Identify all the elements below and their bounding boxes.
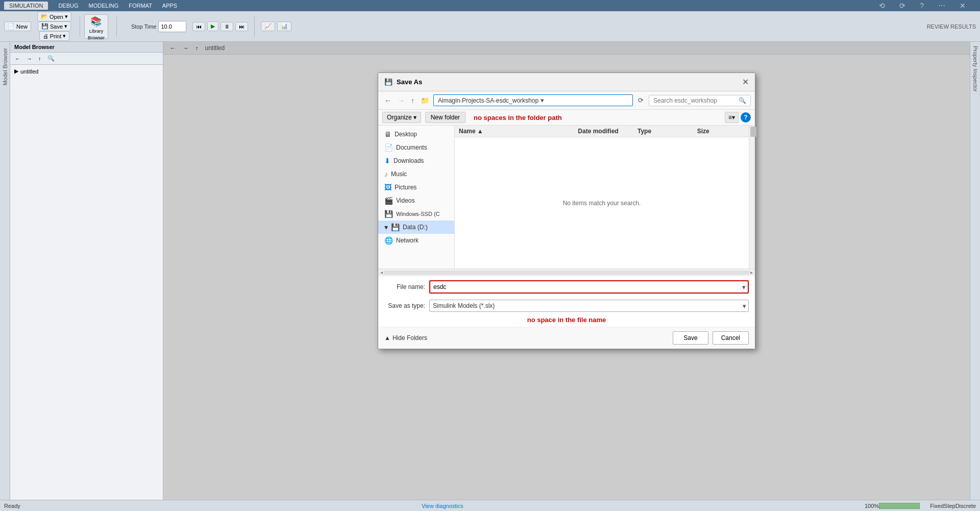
file-list-header: Name ▲ Date modified Type Size — [455, 126, 749, 137]
model-browser-label[interactable]: Model Browser — [2, 48, 8, 85]
addr-refresh-btn[interactable]: ⟳ — [635, 95, 647, 105]
library-browser-button[interactable]: 📚 Library Browser — [84, 14, 108, 39]
status-ready-label: Ready — [4, 503, 20, 509]
mb-up-btn[interactable]: ↑ — [36, 54, 44, 63]
organize-button[interactable]: Organize ▾ — [382, 112, 421, 123]
nav-item-music[interactable]: ♪ Music — [378, 167, 454, 181]
addr-path-dropdown-btn[interactable]: ▾ — [541, 96, 544, 104]
file-name-row: File name: ▾ — [378, 276, 755, 298]
col-header-name[interactable]: Name ▲ — [459, 128, 578, 135]
addr-folder-icon-btn[interactable]: 📁 — [419, 95, 431, 106]
vertical-scrollbar[interactable] — [749, 126, 755, 269]
mb-toolbar: ← → ↑ 🔍 — [10, 53, 163, 65]
dialog-help-btn[interactable]: ? — [741, 112, 751, 123]
view-toggle-btn[interactable]: ≡▾ — [725, 112, 739, 123]
menu-tab-debug[interactable]: DEBUG — [58, 3, 78, 9]
dialog-icon: 💾 — [384, 78, 393, 86]
file-list-area: 🖥 Desktop 📄 Documents ⬇ Downloads ♪ — [378, 126, 755, 269]
save-icon: 💾 — [41, 23, 48, 30]
save-dialog-button[interactable]: Save — [673, 331, 708, 345]
menu-tab-format[interactable]: FORMAT — [129, 3, 152, 9]
property-inspector-label[interactable]: Property Inspector — [972, 46, 978, 92]
model-browser-tree: Model Browser ← → ↑ 🔍 ▶ untitled — [10, 42, 163, 511]
toolbar-icon-1[interactable]: ⟲ — [879, 2, 885, 10]
col-header-type[interactable]: Type — [638, 128, 697, 135]
organize-label: Organize — [387, 114, 412, 121]
downloads-icon: ⬇ — [384, 157, 390, 165]
nav-item-pictures[interactable]: 🖼 Pictures — [378, 181, 454, 194]
pictures-icon: 🖼 — [384, 183, 391, 191]
file-empty-message: No items match your search. — [455, 137, 749, 269]
progress-bar — [879, 503, 920, 509]
nav-item-desktop[interactable]: 🖥 Desktop — [378, 128, 454, 141]
addr-forward-btn[interactable]: → — [396, 95, 407, 106]
save-button[interactable]: 💾 Save ▾ — [38, 21, 71, 31]
data-inspector-button[interactable]: 📊 — [277, 21, 291, 31]
run-button[interactable]: ▶ — [207, 21, 218, 31]
horizontal-scrollbar[interactable]: ◂ ▸ — [378, 269, 755, 276]
new-icon: 📄 — [8, 23, 15, 30]
menu-tab-simulation[interactable]: SIMULATION — [4, 2, 48, 10]
organize-dropdown-icon: ▾ — [413, 114, 416, 121]
zoom-label: 100% — [865, 503, 879, 509]
step-forward-button[interactable]: ⏭ — [235, 22, 248, 31]
addr-path-item-1: Aimagin — [438, 97, 460, 104]
step-back-button[interactable]: ⏮ — [192, 22, 205, 31]
nav-item-downloads[interactable]: ⬇ Downloads — [378, 154, 454, 167]
addr-path-item-3: SA — [486, 97, 494, 104]
sort-icon: ▲ — [477, 128, 483, 135]
nav-item-videos[interactable]: 🎬 Videos — [378, 194, 454, 207]
menu-tab-apps[interactable]: APPS — [162, 3, 177, 9]
save-type-label: Save as type: — [384, 302, 425, 309]
dialog-buttons: ▲ Hide Folders Save Cancel — [378, 327, 755, 349]
hide-folders-btn[interactable]: ▲ Hide Folders — [384, 334, 427, 342]
hide-folders-icon: ▲ — [384, 334, 390, 342]
model-browser-header: Model Browser — [10, 42, 163, 53]
documents-icon: 📄 — [384, 143, 393, 152]
stop-time-input[interactable] — [158, 21, 186, 32]
print-icon: 🖨 — [43, 33, 48, 39]
open-button[interactable]: 📂 Open ▾ — [37, 12, 71, 21]
h-scroll-left-btn[interactable]: ◂ — [379, 270, 384, 275]
addr-up-btn[interactable]: ↑ — [409, 95, 416, 106]
new-button[interactable]: 📄 New — [4, 21, 31, 31]
addr-path-display[interactable]: Aimagin › Projects › SA › esdc_workshop … — [433, 94, 633, 106]
file-name-input[interactable] — [430, 281, 740, 293]
dialog-title-bar: 💾 Save As ✕ — [378, 73, 755, 91]
mb-forward-btn[interactable]: → — [24, 54, 35, 63]
nav-label-pictures: Pictures — [395, 184, 416, 191]
h-scroll-right-btn[interactable]: ▸ — [749, 270, 754, 275]
mb-tree-item-untitled[interactable]: ▶ untitled — [14, 67, 159, 76]
nav-item-documents[interactable]: 📄 Documents — [378, 141, 454, 154]
save-type-row: Save as type: Simulink Models (*.slx) ▾ — [378, 298, 755, 314]
file-name-dropdown-btn[interactable]: ▾ — [740, 283, 748, 291]
mb-back-btn[interactable]: ← — [12, 54, 23, 63]
main-toolbar: 📄 New 📂 Open ▾ 💾 Save ▾ 🖨 Print ▾ 📚 Libr… — [0, 11, 980, 42]
toolbar-icon-2[interactable]: ⟳ — [899, 2, 905, 10]
dialog-action-buttons: Save Cancel — [673, 331, 749, 345]
file-main-area: Name ▲ Date modified Type Size — [455, 126, 749, 269]
col-header-size[interactable]: Size — [697, 128, 745, 135]
menu-tab-modeling[interactable]: MODELING — [89, 3, 119, 9]
col-header-date[interactable]: Date modified — [578, 128, 638, 135]
scope-button[interactable]: 📈 — [261, 21, 275, 31]
view-diagnostics-link[interactable]: View diagnostics — [422, 503, 463, 509]
dialog-close-button[interactable]: ✕ — [742, 77, 749, 87]
canvas-area: ← → ↑ untitled 💾 Save As ✕ ← → — [163, 42, 970, 511]
toolbar-icon-3[interactable]: ? — [920, 2, 924, 10]
pause-button[interactable]: ⏸ — [220, 22, 233, 31]
nav-item-network[interactable]: 🌐 Network — [378, 234, 454, 247]
nav-item-windows-ssd[interactable]: 💾 Windows-SSD (C — [378, 207, 454, 221]
cancel-dialog-button[interactable]: Cancel — [713, 331, 749, 345]
new-folder-button[interactable]: New folder — [425, 112, 465, 123]
toolbar-icon-5[interactable]: ✕ — [960, 2, 966, 10]
nav-label-desktop: Desktop — [395, 131, 417, 138]
nav-item-data-d[interactable]: ▾ 💾 Data (D:) — [378, 221, 454, 234]
mb-search-btn[interactable]: 🔍 — [45, 54, 57, 63]
print-button[interactable]: 🖨 Print ▾ — [39, 31, 70, 41]
toolbar-icon-4[interactable]: ⋯ — [938, 2, 945, 10]
save-type-dropdown-btn[interactable]: ▾ — [741, 302, 748, 310]
addr-search-input[interactable] — [653, 97, 739, 104]
stop-time-label: Stop Time — [131, 23, 157, 30]
addr-back-btn[interactable]: ← — [382, 95, 394, 106]
